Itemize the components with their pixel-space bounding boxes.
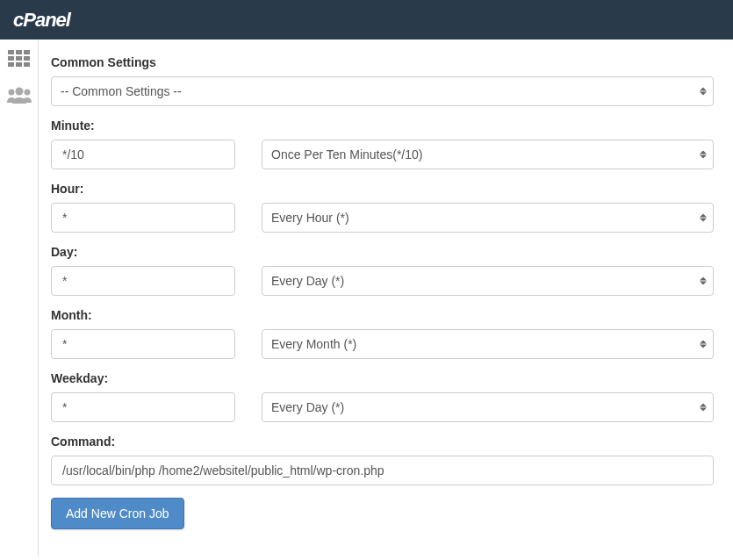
minute-group: Minute: Once Per Ten Minutes(*/10) — [51, 118, 714, 169]
users-icon[interactable] — [7, 86, 32, 106]
common-settings-select[interactable]: -- Common Settings -- — [51, 76, 714, 106]
minute-select[interactable]: Once Per Ten Minutes(*/10) — [262, 140, 714, 169]
cpanel-logo: cPanel — [13, 9, 70, 32]
hour-group: Hour: Every Hour (*) — [51, 182, 714, 233]
minute-input[interactable] — [51, 140, 235, 169]
main-content: Common Settings -- Common Settings -- Mi… — [39, 39, 733, 556]
command-group: Command: — [51, 434, 714, 485]
day-select[interactable]: Every Day (*) — [262, 266, 714, 296]
day-group: Day: Every Day (*) — [51, 245, 714, 296]
svg-rect-6 — [8, 62, 14, 67]
weekday-group: Weekday: Every Day (*) — [51, 371, 714, 422]
month-select[interactable]: Every Month (*) — [262, 329, 714, 359]
hour-label: Hour: — [51, 182, 714, 196]
common-settings-label: Common Settings — [51, 55, 714, 69]
day-input[interactable] — [51, 266, 235, 296]
svg-rect-2 — [24, 50, 30, 54]
svg-rect-5 — [24, 56, 30, 61]
month-label: Month: — [51, 308, 714, 322]
sidebar — [0, 39, 39, 556]
svg-rect-4 — [16, 56, 22, 61]
hour-input[interactable] — [51, 203, 235, 233]
app-header: cPanel — [0, 0, 733, 39]
svg-point-11 — [24, 90, 30, 96]
command-input[interactable] — [51, 456, 714, 485]
hour-select[interactable]: Every Hour (*) — [262, 203, 714, 233]
grid-icon[interactable] — [8, 50, 31, 70]
svg-point-9 — [15, 88, 23, 96]
svg-point-10 — [8, 90, 14, 96]
add-cron-job-button[interactable]: Add New Cron Job — [51, 498, 184, 529]
svg-rect-0 — [8, 50, 14, 54]
minute-label: Minute: — [51, 118, 714, 133]
weekday-input[interactable] — [51, 392, 235, 422]
svg-rect-8 — [24, 62, 30, 67]
day-label: Day: — [51, 245, 714, 259]
command-label: Command: — [51, 434, 714, 449]
month-group: Month: Every Month (*) — [51, 308, 714, 359]
svg-rect-1 — [16, 50, 22, 54]
weekday-label: Weekday: — [51, 371, 714, 385]
svg-rect-3 — [8, 56, 14, 61]
common-settings-group: Common Settings -- Common Settings -- — [51, 55, 714, 106]
month-input[interactable] — [51, 329, 235, 359]
weekday-select[interactable]: Every Day (*) — [262, 392, 714, 422]
svg-rect-7 — [16, 62, 22, 67]
